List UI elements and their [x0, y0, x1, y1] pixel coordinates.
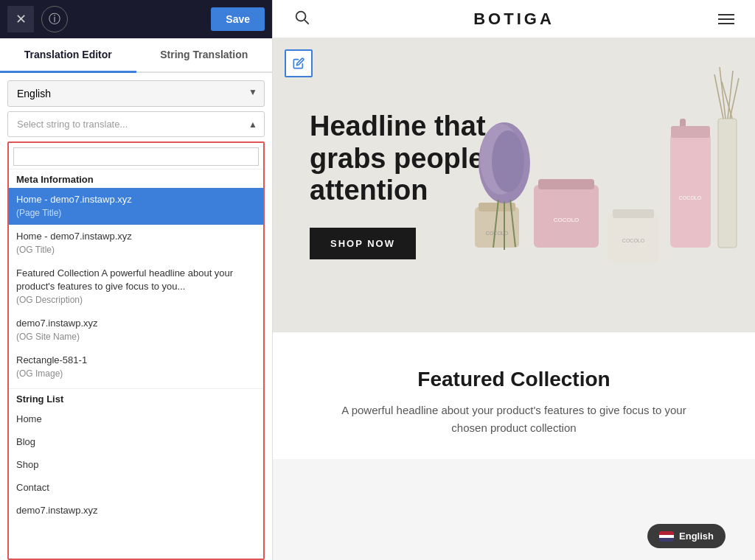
string-list-item-contact[interactable]: Contact	[9, 476, 263, 499]
string-list-item-domain[interactable]: demo7.instawp.xyz	[9, 499, 263, 522]
svg-text:COCOLO: COCOLO	[622, 238, 645, 243]
flag-icon	[659, 531, 674, 542]
meta-item-og-description-text: Featured Collection A powerful headline …	[16, 267, 233, 292]
string-list-header: String List	[9, 389, 263, 407]
dropdown-scroll-area[interactable]: Meta Information Home - demo7.instawp.xy…	[9, 169, 263, 559]
meta-information-header: Meta Information	[9, 169, 263, 188]
meta-item-og-description-sub: (OG Description)	[16, 294, 256, 307]
search-input-wrapper	[9, 143, 263, 169]
site-search-button[interactable]	[293, 9, 310, 29]
string-list-item-blog[interactable]: Blog	[9, 430, 263, 453]
right-panel: BOTIGA Headline that grabs people's atte…	[273, 0, 755, 560]
string-select-wrapper: Select string to translate... ▲	[0, 111, 272, 137]
dropdown-panel: Meta Information Home - demo7.instawp.xy…	[7, 141, 265, 560]
meta-item-page-title-text: Home - demo7.instawp.xyz	[16, 194, 132, 205]
top-bar: ✕ ⓘ Save	[0, 0, 272, 38]
meta-item-og-title-text: Home - demo7.instawp.xyz	[16, 231, 132, 242]
svg-rect-9	[613, 209, 654, 218]
tab-string-translation[interactable]: String Translation	[136, 38, 273, 73]
meta-item-og-image[interactable]: Rectangle-581-1 (OG Image)	[9, 349, 263, 385]
svg-rect-6	[538, 179, 594, 189]
svg-text:COCOLO: COCOLO	[679, 195, 702, 200]
dropdown-search-input[interactable]	[13, 147, 259, 166]
close-button[interactable]: ✕	[7, 6, 34, 32]
svg-line-1	[305, 21, 309, 24]
meta-item-og-image-sub: (OG Image)	[16, 368, 256, 380]
meta-item-og-image-text: Rectangle-581-1	[16, 354, 87, 365]
svg-line-16	[714, 74, 723, 119]
english-badge-label: English	[679, 531, 714, 542]
tabs-bar: Translation Editor String Translation	[0, 38, 272, 73]
site-menu-button[interactable]	[718, 14, 734, 24]
svg-point-0	[296, 12, 306, 21]
meta-item-og-title-sub: (OG Title)	[16, 244, 256, 256]
string-list-item-home[interactable]: Home	[9, 407, 263, 430]
menu-line-3	[718, 23, 734, 24]
hero-section: Headline that grabs people's attention S…	[273, 38, 755, 332]
string-select[interactable]: Select string to translate...	[7, 111, 265, 137]
language-select-wrapper: English French Spanish ▼	[0, 73, 272, 111]
meta-item-og-title[interactable]: Home - demo7.instawp.xyz (OG Title)	[9, 225, 263, 262]
svg-rect-11	[670, 133, 711, 248]
hero-products-svg: COCOLO COCOLO COCOLO COCOLO	[460, 52, 740, 318]
tab-translation-editor[interactable]: Translation Editor	[0, 38, 136, 73]
svg-point-23	[492, 130, 524, 192]
string-list-item-shop[interactable]: Shop	[9, 453, 263, 476]
left-panel: ✕ ⓘ Save Translation Editor String Trans…	[0, 0, 273, 560]
string-list-section: String List Home Blog Shop Contact demo7…	[9, 388, 263, 522]
menu-line-2	[718, 18, 734, 20]
featured-title: Featured Collection	[302, 368, 726, 391]
hero-edit-button[interactable]	[285, 49, 313, 77]
menu-line-1	[718, 14, 734, 15]
save-button[interactable]: Save	[211, 7, 265, 31]
meta-item-og-site-name-text: demo7.instawp.xyz	[16, 318, 98, 329]
meta-item-page-title[interactable]: Home - demo7.instawp.xyz (Page Title)	[9, 188, 263, 225]
featured-section: Featured Collection A powerful headline …	[273, 332, 755, 459]
site-logo: BOTIGA	[310, 10, 718, 29]
svg-text:COCOLO: COCOLO	[554, 217, 580, 223]
meta-item-og-description[interactable]: Featured Collection A powerful headline …	[9, 262, 263, 312]
svg-text:COCOLO: COCOLO	[486, 231, 509, 236]
english-language-badge[interactable]: English	[647, 524, 726, 548]
svg-rect-13	[671, 126, 710, 138]
featured-subtitle: A powerful headline about your product's…	[330, 402, 698, 437]
meta-item-og-site-name[interactable]: demo7.instawp.xyz (OG Site Name)	[9, 312, 263, 349]
site-header: BOTIGA	[273, 0, 755, 38]
hero-image-area: COCOLO COCOLO COCOLO COCOLO	[460, 52, 740, 318]
meta-item-og-site-name-sub: (OG Site Name)	[16, 331, 256, 343]
meta-item-page-title-sub: (Page Title)	[16, 207, 256, 220]
hero-cta-button[interactable]: SHOP NOW	[310, 228, 416, 259]
info-button[interactable]: ⓘ	[41, 6, 68, 32]
language-select[interactable]: English French Spanish	[7, 80, 265, 107]
svg-rect-15	[718, 119, 737, 248]
